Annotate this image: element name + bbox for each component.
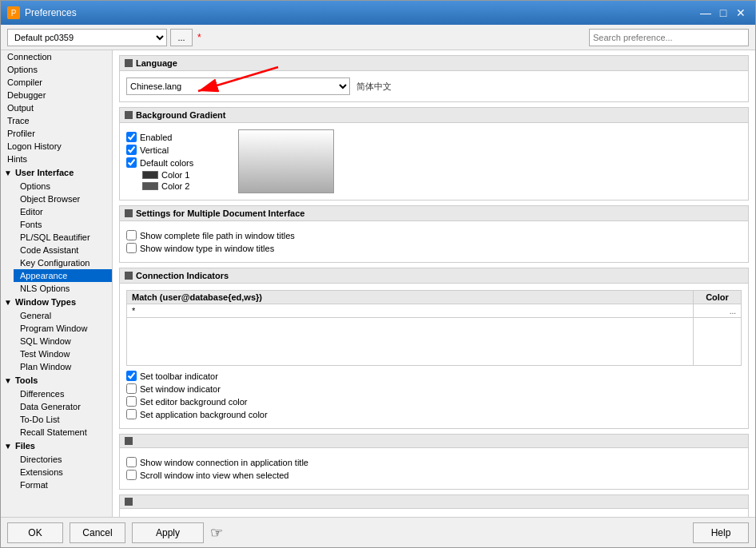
sidebar-section-files[interactable]: ▼ Files [1, 439, 112, 453]
sidebar-item-directories[interactable]: Directories [14, 453, 112, 466]
sidebar-item-profiler[interactable]: Profiler [1, 127, 112, 140]
mdi-header: Settings for Multiple Document Interface [120, 206, 748, 221]
ok-button[interactable]: OK [7, 522, 63, 543]
gradient-options: Enabled Vertical Default colors [126, 129, 193, 193]
title-bar-left: P Preferences [7, 6, 77, 19]
vertical-label: Vertical [140, 145, 169, 155]
hand-icon[interactable]: ☞ [210, 524, 223, 542]
sidebar-sub-wt: General Program Window SQL Window Test W… [1, 309, 112, 373]
enabled-checkbox[interactable] [126, 132, 137, 142]
expand-icon: ▼ [4, 169, 12, 177]
apply-button[interactable]: Apply [132, 522, 204, 543]
table-row-empty [127, 318, 742, 366]
sidebar-item-compiler[interactable]: Compiler [1, 76, 112, 89]
sidebar-item-test-window[interactable]: Test Window [14, 347, 112, 360]
sidebar-item-options-top[interactable]: Options [1, 63, 112, 76]
language-body: Chinese.lang 简体中文 [120, 71, 748, 101]
default-colors-checkbox[interactable] [126, 157, 137, 168]
indicators-title: Connection Indicators [136, 271, 229, 280]
sidebar-item-hints[interactable]: Hints [1, 153, 112, 165]
sidebar-sub-files: Directories Extensions Format [1, 453, 112, 491]
sidebar-item-editor[interactable]: Editor [14, 205, 112, 218]
sidebar-sub-tools: Differences Data Generator To-Do List Re… [1, 387, 112, 439]
editor-bg-checkbox[interactable] [126, 396, 137, 407]
sidebar-item-fonts[interactable]: Fonts [14, 218, 112, 231]
sidebar-item-extensions[interactable]: Extensions [14, 466, 112, 479]
main-area: Connection Options Compiler Debugger Out… [1, 50, 755, 517]
minimize-button[interactable]: — [698, 5, 714, 21]
section-label-tools: Tools [15, 375, 38, 385]
indicator-checkboxes: Set toolbar indicator Set window indicat… [126, 371, 742, 419]
color-dots-button[interactable]: ... [730, 307, 736, 316]
content-area: Language Chinese.lang 简体中文 [113, 50, 755, 517]
sidebar-item-nls-options[interactable]: NLS Options [14, 282, 112, 295]
sidebar-item-general[interactable]: General [14, 309, 112, 322]
indicators-header: Connection Indicators [120, 268, 748, 284]
faded-header [120, 495, 748, 509]
sidebar-item-debugger[interactable]: Debugger [1, 89, 112, 101]
sidebar-section-tools[interactable]: ▼ Tools [1, 373, 112, 387]
sidebar-item-code-assistant[interactable]: Code Assistant [14, 244, 112, 256]
sidebar-item-todo-list[interactable]: To-Do List [14, 413, 112, 426]
match-input[interactable] [132, 306, 688, 316]
sidebar-item-differences[interactable]: Differences [14, 387, 112, 400]
toolbar-indicator-checkbox[interactable] [126, 371, 137, 381]
sidebar-item-key-config[interactable]: Key Configuration [14, 256, 112, 269]
color1-swatch [142, 171, 158, 179]
content-inner: Language Chinese.lang 简体中文 [113, 55, 755, 517]
section-marker-bg [125, 111, 133, 119]
sidebar-item-program-window[interactable]: Program Window [14, 322, 112, 335]
app-bg-label: Set application background color [140, 410, 268, 419]
sidebar-item-recall-statement[interactable]: Recall Statement [14, 426, 112, 439]
sidebar-item-object-browser[interactable]: Object Browser [14, 193, 112, 205]
sidebar-section-user-interface[interactable]: ▼ User Interface [1, 165, 112, 180]
section-marker-mdi [125, 209, 133, 217]
col-color-header: Color [694, 291, 742, 304]
app-bg-checkbox[interactable] [126, 409, 137, 419]
sidebar-item-sql-window[interactable]: SQL Window [14, 335, 112, 347]
vertical-checkbox[interactable] [126, 145, 137, 155]
bottom-bar: OK Cancel Apply ☞ Help [1, 517, 755, 547]
language-header: Language [120, 56, 748, 71]
faded-body: Faded disabled buttons (requires 64k col… [120, 509, 748, 517]
connection-indicators-section: Connection Indicators Match (user@databa… [119, 268, 749, 429]
color1-label: Color 1 [161, 170, 189, 180]
sidebar-section-window-types[interactable]: ▼ Window Types [1, 295, 112, 309]
sidebar-item-appearance[interactable]: Appearance [14, 269, 112, 282]
editor-bg-row: Set editor background color [126, 396, 742, 407]
sidebar-item-options[interactable]: Options [14, 180, 112, 193]
sidebar-item-trace[interactable]: Trace [1, 114, 112, 127]
color2-label: Color 2 [161, 181, 189, 191]
sidebar-item-plsql-beautifier[interactable]: PL/SQL Beautifier [14, 231, 112, 244]
sidebar-item-plan-window[interactable]: Plan Window [14, 360, 112, 373]
background-gradient-section: Background Gradient Enabled [119, 107, 749, 201]
sidebar-item-logon-history[interactable]: Logon History [1, 140, 112, 153]
more-button[interactable]: ... [170, 29, 193, 46]
show-connection-row: Show window connection in application ti… [126, 457, 742, 467]
sidebar-item-format[interactable]: Format [14, 479, 112, 491]
window-type-label: Show window type in window titles [140, 244, 274, 253]
window-indicator-checkbox[interactable] [126, 383, 137, 394]
title-controls: — □ ✕ [698, 5, 749, 21]
match-cell[interactable] [127, 304, 694, 318]
scroll-into-view-label: Scroll window into view when selected [140, 471, 288, 480]
sidebar-item-output[interactable]: Output [1, 101, 112, 114]
sidebar-sub-ui: Options Object Browser Editor Fonts PL/S… [1, 180, 112, 295]
close-button[interactable]: ✕ [733, 5, 749, 21]
complete-path-checkbox[interactable] [126, 230, 137, 240]
search-input[interactable] [589, 29, 749, 46]
section-label-files: Files [15, 441, 35, 451]
window-type-checkbox[interactable] [126, 243, 137, 253]
window-indicator-row: Set window indicator [126, 383, 742, 394]
help-button[interactable]: Help [693, 522, 749, 543]
sidebar-item-connection[interactable]: Connection [1, 50, 112, 63]
maximize-button[interactable]: □ [715, 5, 731, 21]
col-match-header: Match (user@database{ed,ws}) [127, 291, 694, 304]
preferences-window: P Preferences — □ ✕ Default pc0359 ... *… [0, 0, 756, 548]
show-connection-checkbox[interactable] [126, 457, 137, 467]
cancel-button[interactable]: Cancel [70, 522, 125, 543]
scroll-into-view-checkbox[interactable] [126, 470, 137, 480]
profile-select[interactable]: Default pc0359 [7, 29, 167, 46]
sidebar-item-data-generator[interactable]: Data Generator [14, 400, 112, 413]
language-select[interactable]: Chinese.lang [126, 77, 350, 95]
